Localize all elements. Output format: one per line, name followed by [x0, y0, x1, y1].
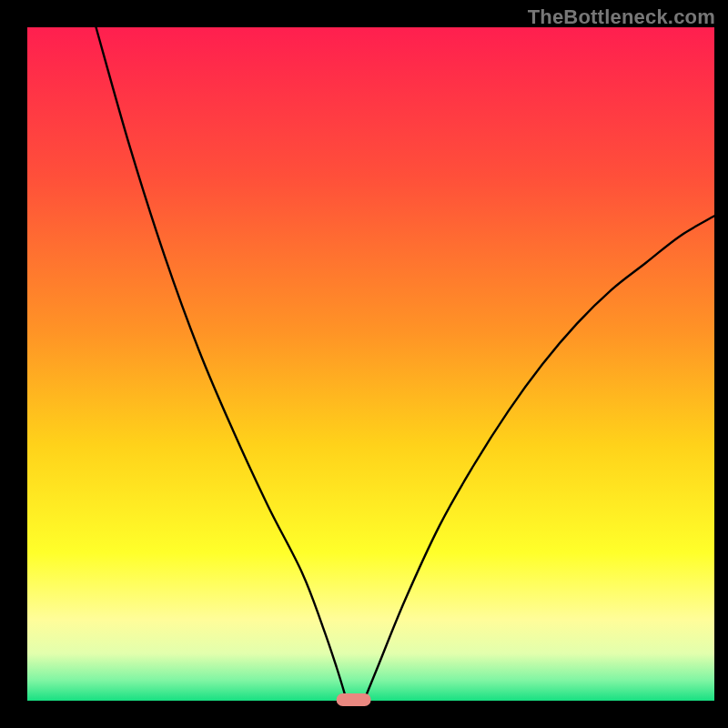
plot-area: [27, 27, 714, 701]
chart-frame: TheBottleneck.com: [0, 0, 728, 728]
bottleneck-marker: [337, 693, 371, 706]
watermark-text: TheBottleneck.com: [528, 5, 715, 29]
bottleneck-chart: [0, 0, 728, 728]
